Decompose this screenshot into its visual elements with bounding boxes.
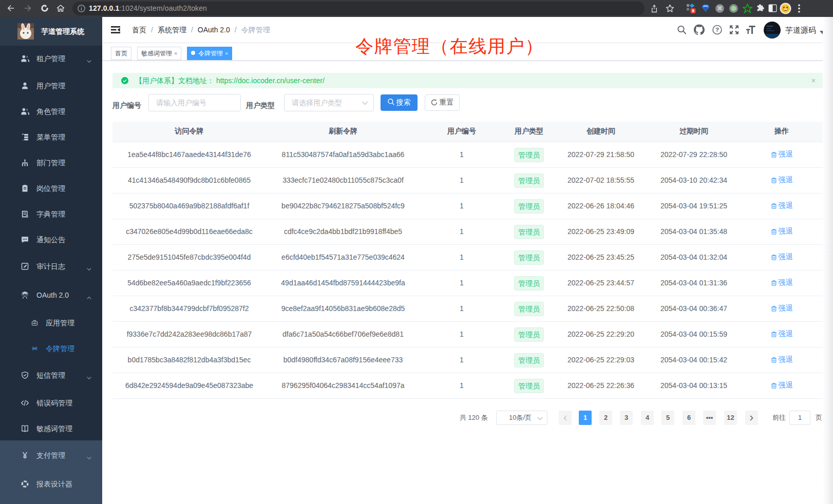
svg-text:⌘: ⌘ xyxy=(717,5,723,11)
svg-text:?: ? xyxy=(715,27,719,33)
svg-text:9: 9 xyxy=(692,8,694,13)
